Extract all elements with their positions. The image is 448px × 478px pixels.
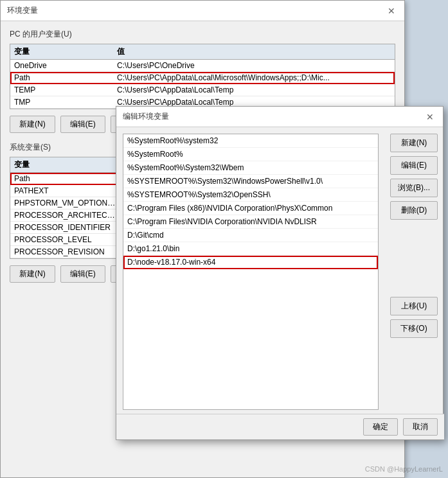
- edit-ok-button[interactable]: 确定: [363, 418, 398, 436]
- table-row[interactable]: TEMP C:\Users\PC\AppData\Local\Temp: [10, 84, 395, 96]
- user-vars-header: 变量 值: [10, 44, 395, 60]
- list-item[interactable]: C:\Program Files\NVIDIA Corporation\NVID…: [123, 215, 378, 229]
- user-col-var-header: 变量: [14, 46, 117, 57]
- list-item[interactable]: D:\Git\cmd: [123, 229, 378, 242]
- path-new-button[interactable]: 新建(N): [390, 134, 438, 152]
- list-item[interactable]: D:\go1.21.0\bin: [123, 242, 378, 256]
- list-item[interactable]: C:\Program Files (x86)\NVIDIA Corporatio…: [123, 202, 378, 215]
- list-item[interactable]: %SystemRoot%\System32\Wbem: [123, 161, 378, 175]
- list-item-selected[interactable]: D:\node-v18.17.0-win-x64: [123, 256, 378, 269]
- path-move-up-button[interactable]: 上移(U): [390, 297, 438, 315]
- sys-col-var-header: 变量: [14, 159, 117, 170]
- user-edit-button[interactable]: 编辑(E): [60, 116, 105, 133]
- table-row[interactable]: Path C:\Users\PC\AppData\Local\Microsoft…: [10, 72, 395, 84]
- user-new-button[interactable]: 新建(N): [10, 116, 55, 133]
- edit-dialog-footer: 确定 取消: [116, 414, 444, 439]
- edit-content: %SystemRoot%\system32 %SystemRoot% %Syst…: [116, 127, 443, 439]
- path-list[interactable]: %SystemRoot%\system32 %SystemRoot% %Syst…: [123, 134, 379, 410]
- path-browse-button[interactable]: 浏览(B)...: [390, 179, 438, 197]
- list-item[interactable]: %SystemRoot%: [123, 148, 378, 161]
- path-edit-button[interactable]: 编辑(E): [390, 156, 438, 175]
- path-delete-button[interactable]: 删除(D): [390, 201, 438, 220]
- env-close-button[interactable]: ✕: [385, 4, 398, 17]
- sys-new-button[interactable]: 新建(N): [10, 265, 55, 283]
- edit-title-bar: 编辑环境变量 ✕: [116, 107, 443, 127]
- list-item[interactable]: %SYSTEMROOT%\System32\OpenSSH\: [123, 188, 378, 202]
- env-window-title: 环境变量: [7, 5, 38, 16]
- edit-cancel-button[interactable]: 取消: [403, 418, 438, 436]
- sys-edit-button[interactable]: 编辑(E): [60, 265, 105, 283]
- edit-dialog-title: 编辑环境变量: [123, 111, 169, 122]
- edit-close-button[interactable]: ✕: [424, 111, 436, 123]
- list-item[interactable]: %SystemRoot%\system32: [123, 134, 378, 148]
- env-title-bar: 环境变量 ✕: [1, 1, 404, 21]
- list-item[interactable]: %SYSTEMROOT%\System32\WindowsPowerShell\…: [123, 175, 378, 188]
- table-row[interactable]: OneDrive C:\Users\PC\OneDrive: [10, 60, 395, 72]
- user-col-val-header: 值: [117, 46, 391, 57]
- edit-buttons-panel: 新建(N) 编辑(E) 浏览(B)... 删除(D) 上移(U) 下移(O) 编…: [385, 127, 443, 439]
- path-move-down-button[interactable]: 下移(O): [390, 319, 438, 338]
- path-list-area: %SystemRoot%\system32 %SystemRoot% %Syst…: [116, 127, 385, 439]
- user-vars-table: 变量 值 OneDrive C:\Users\PC\OneDrive Path …: [10, 44, 395, 109]
- user-vars-label: PC 的用户变量(U): [10, 29, 395, 40]
- watermark: CSDN @HappyLearnerL: [365, 465, 443, 473]
- edit-dialog: 编辑环境变量 ✕ %SystemRoot%\system32 %SystemRo…: [116, 106, 444, 440]
